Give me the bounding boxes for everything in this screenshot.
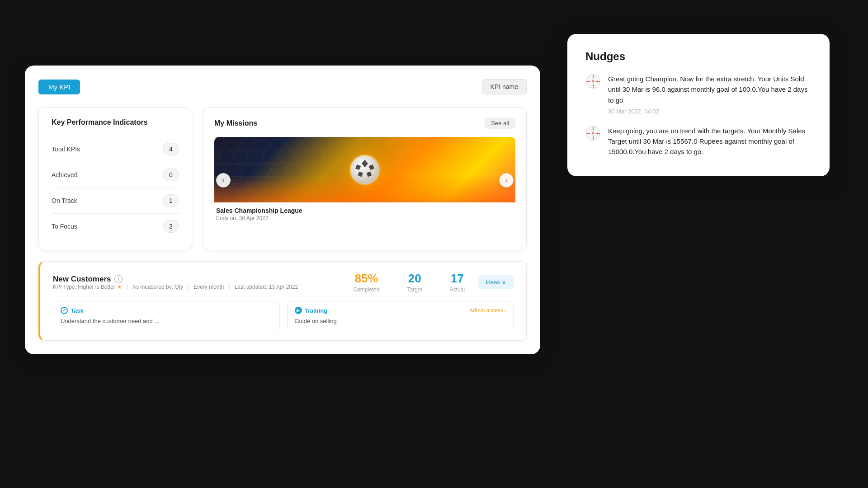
nudge-item-1: Great going Champion. Now for the extra … bbox=[585, 74, 811, 115]
mission-name: Sales Championship League bbox=[216, 207, 514, 214]
kpi-label-achieved: Achieved bbox=[52, 171, 78, 178]
stat-completed-label: Completed bbox=[353, 286, 379, 293]
see-all-button[interactable]: See all bbox=[485, 117, 515, 129]
missions-panel: My Missions See all ‹ bbox=[203, 107, 527, 250]
kpi-detail-section: New Customers i KPI Type: Higher is Bett… bbox=[38, 261, 527, 341]
nudges-card: Nudges Great going Champion. Now for the… bbox=[567, 34, 830, 176]
stat-actual-value: 17 bbox=[451, 272, 464, 286]
kpi-detail-title: New Customers bbox=[53, 275, 111, 284]
admin-access-link[interactable]: Admin access › bbox=[469, 307, 506, 314]
kpi-count-total: 4 bbox=[163, 143, 179, 155]
nudge-content-1: Great going Champion. Now for the extra … bbox=[608, 74, 811, 115]
task-text: Understand the customer need and ... bbox=[61, 318, 272, 324]
kpi-row-to-focus: To Focus 3 bbox=[52, 214, 179, 239]
football-icon bbox=[349, 154, 381, 186]
mission-info: Sales Championship League Ends on: 30 Ap… bbox=[214, 202, 515, 223]
training-text: Guide on selling bbox=[295, 318, 506, 324]
ideas-label: Ideas bbox=[486, 279, 500, 286]
admin-access-text: Admin access bbox=[469, 307, 503, 314]
kpi-detail-header: New Customers i KPI Type: Higher is Bett… bbox=[53, 272, 514, 293]
measured-by-meta: As measured by: Qty bbox=[132, 284, 183, 290]
missions-header: My Missions See all bbox=[214, 117, 515, 129]
nudge-text-2: Keep going, you are on trend with the ta… bbox=[608, 126, 811, 157]
nudge-target-icon-2 bbox=[585, 126, 601, 141]
kpi-row-total: Total KPIs 4 bbox=[52, 136, 179, 162]
training-card: ▶ Training Admin access › Guide on selli… bbox=[287, 301, 514, 330]
training-icon: ▶ bbox=[295, 307, 302, 314]
task-card-header: ✓ Task bbox=[61, 307, 272, 314]
stats-row: 85% Completed 20 Target 17 Actual Ideas … bbox=[353, 272, 514, 293]
nudge-text-1: Great going Champion. Now for the extra … bbox=[608, 74, 811, 105]
stat-target: 20 Target bbox=[393, 272, 435, 293]
kpi-name-button[interactable]: KPI name bbox=[482, 79, 527, 94]
mission-end-date: Ends on: 30 Apr 2022 bbox=[216, 215, 514, 221]
training-card-header: ▶ Training Admin access › bbox=[295, 307, 506, 314]
training-label: ▶ Training bbox=[295, 307, 328, 314]
separator-1: | bbox=[127, 284, 128, 290]
svg-point-17 bbox=[592, 132, 594, 134]
stat-target-label: Target bbox=[407, 286, 422, 293]
kpi-type-meta: KPI Type: Higher is Better ★ bbox=[53, 284, 122, 290]
slider-arrow-left[interactable]: ‹ bbox=[216, 173, 231, 188]
separator-2: | bbox=[188, 284, 189, 290]
slider-arrow-right[interactable]: › bbox=[499, 173, 514, 188]
kpi-type-text: KPI Type: Higher is Better bbox=[53, 284, 115, 290]
stat-completed: 85% Completed bbox=[353, 272, 393, 293]
separator-3: | bbox=[229, 284, 230, 290]
check-icon: ✓ bbox=[61, 307, 68, 314]
kpi-label-to-focus: To Focus bbox=[52, 223, 77, 230]
kpi-count-to-focus: 3 bbox=[163, 220, 179, 233]
missions-title: My Missions bbox=[214, 119, 257, 127]
ideas-button[interactable]: Ideas ∨ bbox=[478, 275, 514, 289]
my-kpi-button[interactable]: My KPI bbox=[38, 80, 80, 94]
kpi-detail-left: New Customers i KPI Type: Higher is Bett… bbox=[53, 275, 353, 290]
kpi-row-on-track: On Track 1 bbox=[52, 188, 179, 214]
stat-target-value: 20 bbox=[408, 272, 421, 286]
mission-card: Sales Championship League Ends on: 30 Ap… bbox=[214, 137, 515, 223]
nudges-title: Nudges bbox=[585, 50, 811, 63]
missions-slider: ‹ bbox=[214, 137, 515, 223]
nudge-target-icon-1 bbox=[585, 74, 601, 89]
header-row: My KPI KPI name bbox=[38, 79, 527, 94]
last-updated-meta: Last updated: 13 Apr 2022 bbox=[235, 284, 298, 290]
kpi-count-achieved: 0 bbox=[163, 169, 179, 181]
content-row: Key Performance Indicators Total KPIs 4 … bbox=[38, 107, 527, 250]
kpi-count-on-track: 1 bbox=[163, 194, 179, 207]
kpi-panel-title: Key Performance Indicators bbox=[52, 118, 179, 127]
task-training-row: ✓ Task Understand the customer need and … bbox=[53, 301, 514, 330]
svg-point-0 bbox=[350, 155, 379, 184]
frequency-meta: Every month bbox=[193, 284, 224, 290]
nudge-item-2: Keep going, you are on trend with the ta… bbox=[585, 126, 811, 160]
kpi-panel: Key Performance Indicators Total KPIs 4 … bbox=[38, 107, 192, 250]
kpi-detail-title-row: New Customers i bbox=[53, 275, 353, 284]
kpi-label-on-track: On Track bbox=[52, 197, 77, 204]
nudge-content-2: Keep going, you are on trend with the ta… bbox=[608, 126, 811, 160]
chevron-down-icon: ∨ bbox=[502, 279, 506, 286]
mission-image bbox=[214, 137, 515, 202]
stat-actual: 17 Actual bbox=[436, 272, 478, 293]
chevron-right-icon: › bbox=[504, 307, 506, 314]
main-card: My KPI KPI name Key Performance Indicato… bbox=[25, 66, 540, 354]
task-label-text: Task bbox=[71, 307, 84, 314]
training-label-text: Training bbox=[305, 307, 328, 314]
kpi-row-achieved: Achieved 0 bbox=[52, 162, 179, 188]
task-label: ✓ Task bbox=[61, 307, 84, 314]
star-icon: ★ bbox=[117, 284, 122, 290]
stat-actual-label: Actual bbox=[450, 286, 465, 293]
svg-point-9 bbox=[592, 80, 594, 83]
kpi-label-total: Total KPIs bbox=[52, 145, 80, 153]
task-card: ✓ Task Understand the customer need and … bbox=[53, 301, 280, 330]
nudge-time-1: 30 Mar 2022, 04:02 bbox=[608, 108, 811, 115]
stat-completed-value: 85% bbox=[354, 272, 378, 286]
info-icon[interactable]: i bbox=[114, 275, 123, 283]
kpi-detail-meta: KPI Type: Higher is Better ★ | As measur… bbox=[53, 284, 353, 290]
